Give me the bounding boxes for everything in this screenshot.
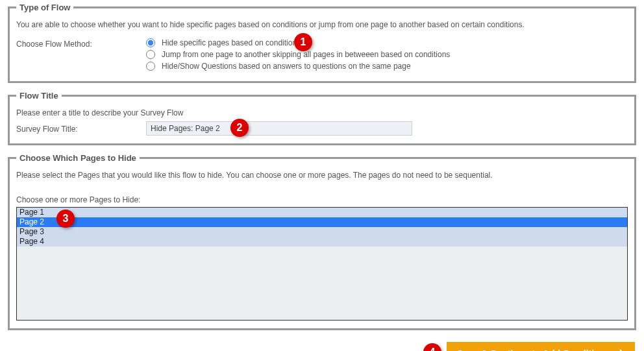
save-continue-button[interactable]: Save & Continue to Add Conditions <box>447 342 635 351</box>
annotation-badge-4: 4 <box>423 343 441 351</box>
pages-listbox[interactable]: Page 1 Page 2 Page 3 Page 4 <box>16 207 628 321</box>
list-item[interactable]: Page 2 <box>17 217 627 227</box>
radio-jump-pages[interactable] <box>146 50 155 59</box>
flow-title-input[interactable] <box>146 121 412 136</box>
choose-pages-legend: Choose Which Pages to Hide <box>16 153 140 163</box>
radio-hideshow-questions[interactable] <box>146 62 155 71</box>
type-of-flow-desc: You are able to choose whether you want … <box>16 20 628 29</box>
list-item[interactable]: Page 1 <box>17 208 627 217</box>
choose-pages-section: Choose Which Pages to Hide Please select… <box>8 153 636 330</box>
flow-title-desc: Please enter a title to describe your Su… <box>16 108 628 117</box>
radio-hide-pages-label: Hide specific pages based on conditions <box>162 38 301 47</box>
annotation-badge-1: 1 <box>294 33 312 51</box>
radio-hideshow-questions-label: Hide/Show Questions based on answers to … <box>162 62 411 71</box>
choose-pages-desc: Please select the Pages that you would l… <box>16 171 628 180</box>
list-item[interactable]: Page 3 <box>17 227 627 237</box>
save-continue-label: Save & Continue to Add Conditions <box>457 348 610 351</box>
choose-pages-sublabel: Choose one or more Pages to Hide: <box>16 195 628 204</box>
flow-title-legend: Flow Title <box>16 91 62 101</box>
type-of-flow-legend: Type of Flow <box>16 3 73 12</box>
choose-method-label: Choose Flow Method: <box>16 38 146 49</box>
type-of-flow-section: Type of Flow You are able to choose whet… <box>8 3 636 83</box>
flow-title-label: Survey Flow Title: <box>16 123 146 134</box>
radio-hide-pages[interactable] <box>146 38 155 47</box>
radio-jump-pages-label: Jump from one page to another skipping a… <box>162 50 450 59</box>
list-item[interactable]: Page 4 <box>17 237 627 247</box>
flow-title-section: Flow Title Please enter a title to descr… <box>8 91 636 145</box>
annotation-badge-2: 2 <box>230 119 249 137</box>
annotation-badge-3: 3 <box>56 210 75 228</box>
